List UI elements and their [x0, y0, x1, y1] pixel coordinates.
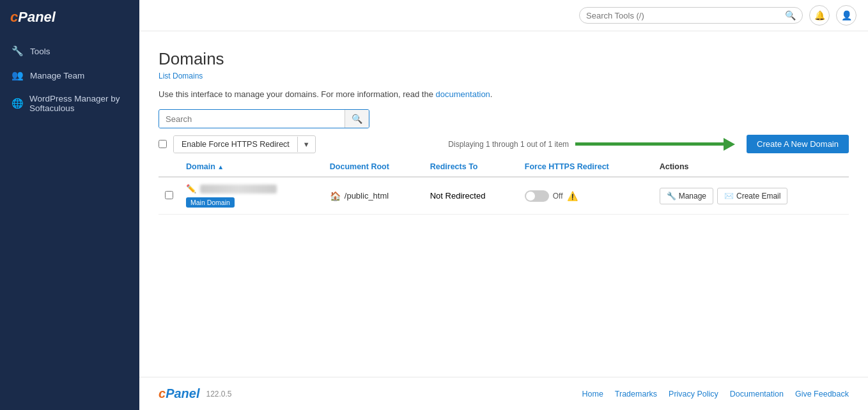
email-icon: ✉️	[724, 192, 734, 201]
enable-redirect-btn: Enable Force HTTPS Redirect ▼	[173, 135, 316, 153]
logo: cPanel	[10, 9, 56, 26]
sidebar-item-manage-team[interactable]: 👥 Manage Team	[0, 64, 139, 87]
description: Use this interface to manage your domain…	[159, 89, 849, 99]
footer-trademarks-link[interactable]: Trademarks	[615, 390, 657, 399]
search-tools-input[interactable]	[586, 11, 785, 20]
footer-links: Home Trademarks Privacy Policy Documenta…	[582, 390, 849, 399]
enable-redirect-main[interactable]: Enable Force HTTPS Redirect	[174, 136, 297, 153]
search-input[interactable]	[159, 110, 345, 128]
search-row: 🔍	[159, 109, 849, 128]
search-icon: 🔍	[785, 10, 796, 20]
main-domain-badge: Main Domain	[186, 197, 235, 208]
footer-home-link[interactable]: Home	[582, 390, 603, 399]
force-https-cell: Off ⚠️	[518, 177, 653, 215]
warning-icon: ⚠️	[567, 191, 578, 201]
document-root-cell: 🏠 /public_html	[323, 177, 424, 215]
footer: cPanel 122.0.5 Home Trademarks Privacy P…	[139, 377, 868, 410]
right-actions: Displaying 1 through 1 out of 1 item Cre…	[448, 135, 849, 153]
main: 🔍 🔔 👤 Domains List Domains Use this inte…	[139, 0, 868, 410]
footer-version: 122.0.5	[206, 390, 231, 399]
actions-left: Enable Force HTTPS Redirect ▼	[159, 135, 316, 153]
home-icon: 🏠	[330, 191, 341, 201]
wordpress-icon: 🌐	[12, 98, 23, 109]
table-head: Domain ▲ Document Root Redirects To Forc…	[159, 157, 849, 177]
search-input-wrap: 🔍	[159, 109, 369, 128]
row-checkbox-cell	[159, 177, 180, 215]
actions-cell: 🔧 Manage ✉️ Create Email	[653, 177, 849, 215]
topbar: 🔍 🔔 👤	[139, 0, 868, 31]
enable-redirect-dropdown[interactable]: ▼	[297, 137, 315, 152]
search-tools-bar: 🔍	[579, 7, 803, 24]
col-force-https: Force HTTPS Redirect	[518, 157, 653, 177]
top-actions: Enable Force HTTPS Redirect ▼ Displaying…	[159, 135, 849, 153]
col-document-root: Document Root	[323, 157, 424, 177]
green-arrow-wrap	[575, 138, 735, 151]
green-arrow	[575, 138, 735, 151]
redirects-to-value: Not Redirected	[430, 191, 486, 201]
logo-c: c	[10, 9, 18, 25]
footer-documentation-link[interactable]: Documentation	[730, 390, 784, 399]
user-icon[interactable]: 👤	[836, 5, 856, 26]
action-buttons: 🔧 Manage ✉️ Create Email	[660, 188, 842, 204]
footer-logo-text: cPanel	[159, 386, 199, 401]
footer-logo: cPanel 122.0.5	[159, 386, 232, 401]
col-actions: Actions	[653, 157, 849, 177]
force-https-label: Off	[553, 192, 563, 201]
breadcrumb[interactable]: List Domains	[159, 72, 849, 80]
force-https-toggle[interactable]	[525, 190, 549, 202]
content: Domains List Domains Use this interface …	[139, 31, 868, 377]
create-email-button[interactable]: ✉️ Create Email	[717, 188, 787, 204]
col-checkbox	[159, 157, 180, 177]
footer-logo-c: c	[159, 386, 166, 400]
arrow-head	[724, 138, 735, 151]
documentation-link[interactable]: documentation	[436, 89, 490, 99]
domain-blurred	[200, 185, 277, 194]
sidebar: cPanel 🔧 Tools 👥 Manage Team 🌐 WordPress…	[0, 0, 139, 410]
domain-name-cell: ✏️ Main Domain	[186, 184, 317, 208]
page-title: Domains	[159, 49, 849, 69]
sidebar-item-label: Manage Team	[30, 71, 84, 80]
create-domain-button[interactable]: Create A New Domain	[747, 135, 849, 153]
table-body: ✏️ Main Domain 🏠 /public_html	[159, 177, 849, 215]
edit-icon[interactable]: ✏️	[186, 184, 196, 194]
sidebar-logo: cPanel	[0, 0, 139, 34]
select-all-checkbox[interactable]	[159, 140, 167, 148]
sidebar-item-tools[interactable]: 🔧 Tools	[0, 40, 139, 63]
manage-button[interactable]: 🔧 Manage	[660, 188, 713, 204]
sidebar-item-label: WordPress Manager by Softaculous	[29, 94, 128, 113]
toggle-wrap: Off ⚠️	[525, 190, 647, 202]
footer-privacy-link[interactable]: Privacy Policy	[669, 390, 718, 399]
table-row: ✏️ Main Domain 🏠 /public_html	[159, 177, 849, 215]
document-root-value: /public_html	[345, 191, 389, 201]
domain-edit-row: ✏️	[186, 184, 277, 194]
sidebar-item-label: Tools	[30, 47, 50, 56]
domain-cell: ✏️ Main Domain	[180, 177, 323, 215]
doc-root-cell: 🏠 /public_html	[330, 191, 417, 201]
row-checkbox[interactable]	[165, 191, 173, 199]
manage-team-icon: 👥	[12, 70, 24, 81]
displaying-text: Displaying 1 through 1 out of 1 item	[448, 140, 569, 149]
sidebar-item-wordpress[interactable]: 🌐 WordPress Manager by Softaculous	[0, 88, 139, 119]
sort-icon: ▲	[217, 163, 224, 171]
search-button[interactable]: 🔍	[345, 110, 369, 128]
col-domain: Domain ▲	[180, 157, 323, 177]
col-redirects-to: Redirects To	[424, 157, 518, 177]
domains-table: Domain ▲ Document Root Redirects To Forc…	[159, 157, 849, 215]
redirects-to-cell: Not Redirected	[424, 177, 518, 215]
notifications-icon[interactable]: 🔔	[809, 5, 830, 26]
arrow-line	[575, 142, 724, 146]
footer-feedback-link[interactable]: Give Feedback	[795, 390, 849, 399]
tools-icon: 🔧	[12, 45, 24, 57]
manage-icon: 🔧	[667, 192, 676, 201]
sidebar-nav: 🔧 Tools 👥 Manage Team 🌐 WordPress Manage…	[0, 34, 139, 124]
